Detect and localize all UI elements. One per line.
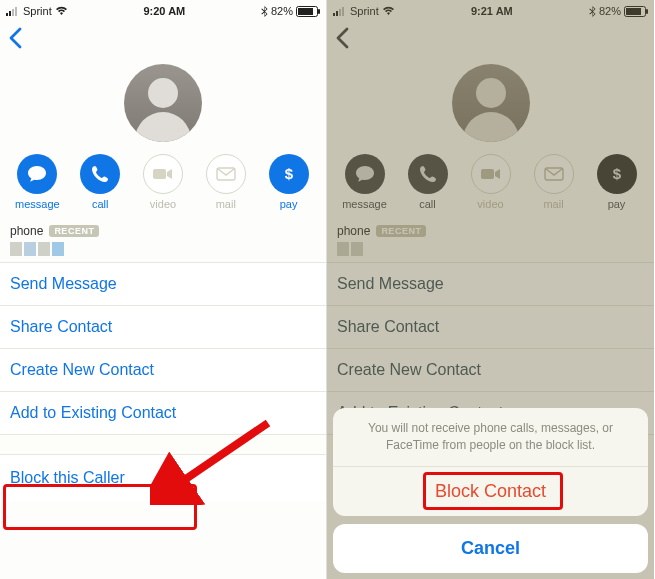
- svg-rect-7: [153, 169, 166, 179]
- action-row: message call video mail: [0, 152, 326, 218]
- battery-icon: [296, 6, 320, 17]
- clock-label: 9:21 AM: [471, 5, 513, 17]
- action-label: mail: [543, 198, 563, 210]
- action-label: call: [92, 198, 109, 210]
- svg-text:$: $: [612, 165, 621, 182]
- action-message[interactable]: message: [9, 154, 65, 210]
- action-mail[interactable]: mail: [198, 154, 254, 210]
- arrow-icon: [150, 415, 280, 505]
- action-label: call: [419, 198, 436, 210]
- video-icon: [143, 154, 183, 194]
- status-bar: Sprint 9:21 AM 82%: [327, 0, 654, 20]
- phone-field[interactable]: phone RECENT: [327, 218, 654, 263]
- phone-label: phone: [10, 224, 43, 238]
- wifi-icon: [382, 6, 395, 16]
- svg-line-10: [174, 423, 268, 487]
- avatar-area: [0, 56, 326, 152]
- action-mail[interactable]: mail: [526, 154, 582, 210]
- pay-icon: $: [269, 154, 309, 194]
- action-call[interactable]: call: [400, 154, 456, 210]
- action-label: pay: [608, 198, 626, 210]
- action-message[interactable]: message: [337, 154, 393, 210]
- avatar-area: [327, 56, 654, 152]
- right-screenshot: Sprint 9:21 AM 82%: [327, 0, 654, 579]
- action-row: message call video mail: [327, 152, 654, 218]
- action-pay[interactable]: $ pay: [589, 154, 645, 210]
- pay-icon: $: [597, 154, 637, 194]
- battery-icon: [624, 6, 648, 17]
- nav-bar: [327, 20, 654, 56]
- action-label: message: [342, 198, 387, 210]
- action-label: video: [477, 198, 503, 210]
- carrier-label: Sprint: [350, 5, 379, 17]
- recent-badge: RECENT: [49, 225, 99, 237]
- action-label: mail: [216, 198, 236, 210]
- action-label: message: [15, 198, 60, 210]
- battery-percent: 82%: [271, 5, 293, 17]
- video-icon: [471, 154, 511, 194]
- send-message-item[interactable]: Send Message: [0, 263, 326, 306]
- phone-icon: [408, 154, 448, 194]
- svg-rect-16: [626, 8, 641, 15]
- phone-number-blurred: [337, 242, 397, 258]
- svg-rect-13: [339, 9, 341, 16]
- action-label: video: [150, 198, 176, 210]
- wifi-icon: [55, 6, 68, 16]
- svg-rect-6: [318, 9, 320, 14]
- action-video[interactable]: video: [463, 154, 519, 210]
- phone-icon: [80, 154, 120, 194]
- svg-rect-12: [336, 11, 338, 16]
- bluetooth-icon: [261, 6, 268, 17]
- avatar-icon: [452, 64, 530, 142]
- share-contact-item[interactable]: Share Contact: [0, 306, 326, 349]
- avatar-icon: [124, 64, 202, 142]
- message-icon: [345, 154, 385, 194]
- create-new-contact-item[interactable]: Create New Contact: [0, 349, 326, 392]
- nav-bar: [0, 20, 326, 56]
- message-icon: [17, 154, 57, 194]
- cancel-button[interactable]: Cancel: [333, 524, 648, 573]
- svg-rect-11: [333, 13, 335, 16]
- action-call[interactable]: call: [72, 154, 128, 210]
- action-pay[interactable]: $ pay: [261, 154, 317, 210]
- svg-rect-5: [298, 8, 313, 15]
- svg-rect-14: [342, 7, 344, 16]
- signal-icon: [333, 6, 347, 16]
- svg-rect-0: [6, 13, 8, 16]
- recent-badge: RECENT: [376, 225, 426, 237]
- action-video[interactable]: video: [135, 154, 191, 210]
- send-message-item[interactable]: Send Message: [327, 263, 654, 306]
- svg-rect-17: [646, 9, 648, 14]
- phone-number-blurred: [10, 242, 70, 258]
- svg-rect-1: [9, 11, 11, 16]
- left-screenshot: Sprint 9:20 AM 82%: [0, 0, 327, 579]
- status-bar: Sprint 9:20 AM 82%: [0, 0, 326, 20]
- sheet-message: You will not receive phone calls, messag…: [333, 408, 648, 467]
- carrier-label: Sprint: [23, 5, 52, 17]
- share-contact-item[interactable]: Share Contact: [327, 306, 654, 349]
- phone-label: phone: [337, 224, 370, 238]
- svg-rect-18: [481, 169, 494, 179]
- back-button[interactable]: [335, 27, 349, 49]
- mail-icon: [206, 154, 246, 194]
- back-button[interactable]: [8, 27, 22, 49]
- action-label: pay: [280, 198, 298, 210]
- svg-text:$: $: [284, 165, 293, 182]
- create-new-contact-item[interactable]: Create New Contact: [327, 349, 654, 392]
- svg-rect-2: [12, 9, 14, 16]
- block-contact-button[interactable]: Block Contact: [333, 467, 648, 516]
- signal-icon: [6, 6, 20, 16]
- battery-percent: 82%: [599, 5, 621, 17]
- clock-label: 9:20 AM: [143, 5, 185, 17]
- action-sheet: You will not receive phone calls, messag…: [333, 408, 648, 573]
- mail-icon: [534, 154, 574, 194]
- svg-rect-3: [15, 7, 17, 16]
- phone-field[interactable]: phone RECENT: [0, 218, 326, 263]
- bluetooth-icon: [589, 6, 596, 17]
